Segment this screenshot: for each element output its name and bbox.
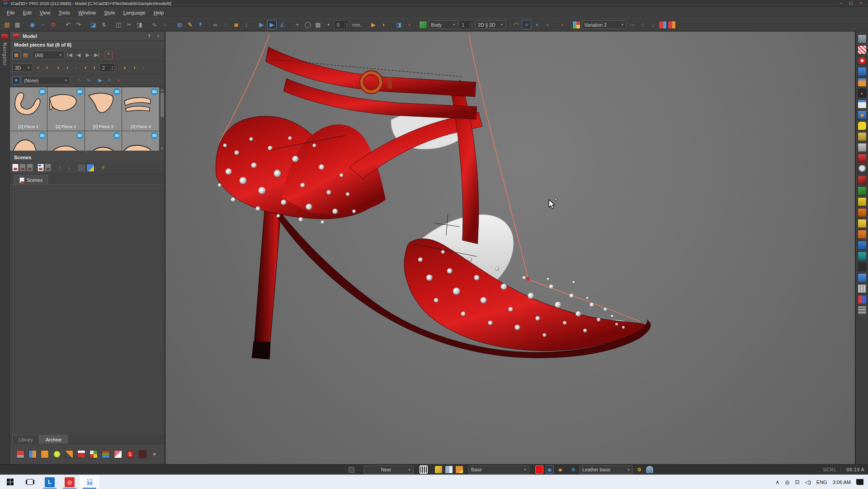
- first-piece-button[interactable]: |◀: [66, 51, 74, 59]
- piece-export-button[interactable]: ◗: [131, 64, 139, 72]
- taskbar-app-red[interactable]: ◎: [60, 475, 80, 489]
- import-scene-button[interactable]: [38, 164, 44, 171]
- curve-open-button[interactable]: ∿: [150, 20, 159, 29]
- move-button[interactable]: +: [292, 20, 302, 29]
- scene-up-button[interactable]: ↑: [56, 164, 64, 172]
- models-stack-icon[interactable]: [102, 450, 110, 458]
- visibility-eye-button[interactable]: ◉: [546, 465, 554, 474]
- task-view-button[interactable]: [20, 475, 40, 489]
- refresh-material-button[interactable]: ⚙: [635, 465, 643, 474]
- pattern-fill-icon[interactable]: [858, 45, 867, 54]
- grid-icon[interactable]: [858, 306, 867, 315]
- trim-blue-icon[interactable]: [858, 273, 867, 282]
- snapshot-folder-icon[interactable]: [858, 132, 867, 141]
- tray-recorder-icon[interactable]: ◎: [785, 479, 789, 485]
- piece-thumbnail-2[interactable]: 3D [2] Piece 2: [47, 87, 85, 131]
- minimize-button[interactable]: –: [838, 1, 844, 5]
- export-shoe-button[interactable]: ◗: [557, 20, 567, 29]
- lock-button[interactable]: ◙: [231, 20, 241, 29]
- spinner-arrows[interactable]: ▲ ▼: [344, 22, 349, 28]
- material-tools-button[interactable]: ⚙: [569, 465, 577, 474]
- pick-piece-button[interactable]: ▶: [96, 76, 104, 85]
- piece-thumbnail-3[interactable]: 3D [2] Piece 3: [85, 87, 122, 131]
- undo-button[interactable]: ↶: [63, 20, 73, 29]
- offset-spinner[interactable]: 0 ▲ ▼: [334, 20, 349, 29]
- chain-button[interactable]: ∞: [211, 20, 220, 29]
- piece-thumbnail-5[interactable]: 3D: [10, 131, 47, 151]
- photo-view-icon[interactable]: [138, 450, 146, 458]
- corner-teal-icon[interactable]: [858, 252, 867, 261]
- piece-add-top-button[interactable]: ◗: [54, 64, 62, 72]
- piece-add-button[interactable]: ◗: [34, 64, 42, 72]
- export-scene-button[interactable]: [45, 164, 51, 171]
- piece-delete-top-button[interactable]: ◗: [63, 64, 71, 72]
- select-add-button[interactable]: ▶: [257, 20, 266, 29]
- ruler-icon[interactable]: [858, 284, 867, 293]
- shoe-red-button[interactable]: ◖: [404, 20, 414, 29]
- last-piece-button[interactable]: ▶|: [93, 51, 101, 59]
- scene-down-button[interactable]: ↓: [65, 164, 73, 172]
- point-edit-button[interactable]: ∿: [85, 76, 93, 85]
- export-piece-icon[interactable]: [28, 450, 37, 458]
- copy-button[interactable]: ◫: [114, 20, 123, 29]
- material-donut-icon[interactable]: [858, 56, 867, 65]
- piece-panel-icon[interactable]: [858, 67, 867, 76]
- view-checkbox[interactable]: [349, 467, 354, 473]
- pin-panel-icon[interactable]: ↟: [146, 33, 152, 38]
- dimension-select[interactable]: 3D ▼: [12, 63, 33, 72]
- piece-pin-button[interactable]: ◗: [72, 64, 80, 72]
- tab-archive[interactable]: Archive: [39, 435, 68, 444]
- shoe-red2-button[interactable]: ◖: [542, 20, 552, 29]
- lasso-button[interactable]: ◌: [221, 20, 231, 29]
- shoe-blue-button[interactable]: ◖: [532, 20, 542, 29]
- scenes-list-area[interactable]: [11, 185, 163, 433]
- last-white-icon[interactable]: [858, 100, 867, 109]
- delete-points-button[interactable]: ×: [105, 76, 113, 85]
- piece-thumbnail-1[interactable]: 3D [2] Piece 1: [10, 87, 47, 131]
- last-orange-icon[interactable]: [858, 230, 867, 239]
- zoom-selection-button[interactable]: *: [104, 51, 113, 59]
- point-add-button[interactable]: ∿: [75, 76, 84, 85]
- texture-table-icon[interactable]: [858, 34, 867, 43]
- lightbulb-icon[interactable]: [858, 165, 867, 174]
- volume-icon[interactable]: ◁): [805, 479, 811, 485]
- piece-thumbnail-6[interactable]: 3D: [47, 131, 85, 151]
- lock-material-button[interactable]: ◙: [556, 465, 564, 474]
- curve-closed-button[interactable]: ∿: [160, 20, 170, 29]
- piece-flip-button[interactable]: ◗: [81, 64, 90, 72]
- select-button[interactable]: ▶: [267, 20, 277, 29]
- model-doc-icon[interactable]: [77, 450, 85, 458]
- model-panel-icon[interactable]: [1, 34, 8, 39]
- shoe-green-icon[interactable]: [858, 186, 867, 195]
- navigator-tab[interactable]: Navigator: [2, 43, 7, 66]
- piece-lock-icon[interactable]: ◙: [858, 110, 867, 119]
- piece-thumbnail-7[interactable]: 3D: [85, 131, 122, 151]
- variation-overflow-button[interactable]: ⋯: [627, 20, 637, 29]
- button-part-icon[interactable]: [53, 450, 61, 458]
- scroll-down-icon[interactable]: ▼: [161, 146, 164, 151]
- dark-tool-icon[interactable]: [858, 262, 867, 271]
- cursor-star-button[interactable]: ▶: [368, 20, 378, 29]
- sole-yellow-icon[interactable]: [858, 197, 867, 206]
- redo-button[interactable]: ↷: [74, 20, 83, 29]
- menu-language[interactable]: Language: [119, 9, 150, 17]
- piece-delete-button[interactable]: ◗: [43, 64, 51, 72]
- body-select[interactable]: Body ▼: [428, 20, 458, 29]
- notification-center-icon[interactable]: [856, 479, 863, 485]
- eraser-button[interactable]: ◪: [89, 20, 98, 29]
- insole-yellow-icon[interactable]: [858, 219, 867, 228]
- heel-icon[interactable]: [65, 450, 73, 458]
- prev-piece-button[interactable]: ◀: [75, 51, 83, 59]
- language-indicator[interactable]: ENG: [816, 480, 827, 485]
- variation-list-icon[interactable]: [668, 21, 676, 29]
- scrollbar-thumb[interactable]: [160, 93, 164, 117]
- copy-scene-button[interactable]: [19, 164, 26, 171]
- taskbar-app-l[interactable]: L: [40, 475, 60, 489]
- material-sphere-button[interactable]: ◔: [38, 20, 47, 29]
- apply-material-icon[interactable]: [455, 465, 463, 474]
- piece-red-button[interactable]: ◗: [114, 76, 123, 85]
- piece-blue-button[interactable]: ◨: [394, 20, 403, 29]
- heel-orange-icon[interactable]: [858, 208, 867, 217]
- ellipse-button[interactable]: ◯: [303, 20, 312, 29]
- repair-tools-button[interactable]: ⚙: [48, 20, 58, 29]
